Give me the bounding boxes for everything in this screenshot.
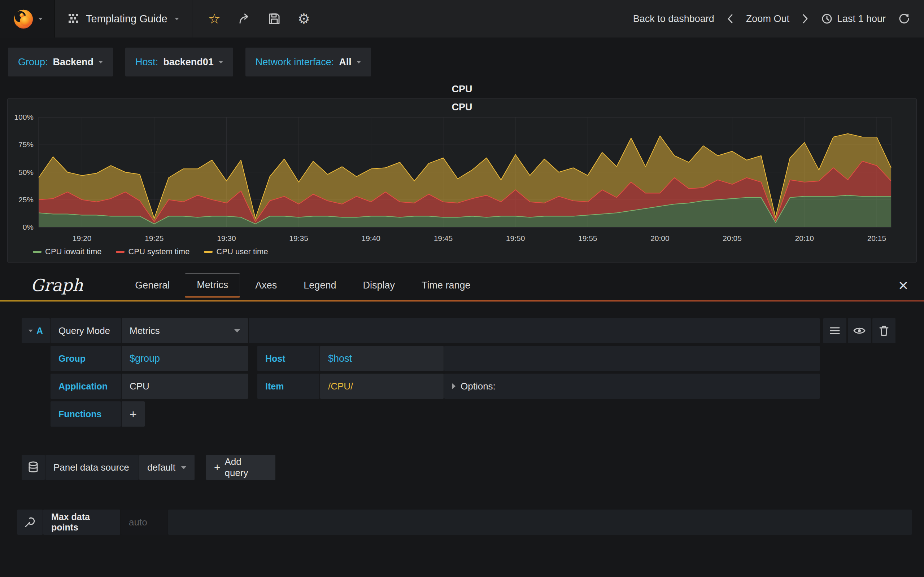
variable-value: Backend [53, 56, 94, 68]
legend-swatch [204, 251, 213, 253]
svg-text:19:25: 19:25 [145, 234, 164, 242]
max-data-points-input[interactable]: auto [121, 509, 168, 535]
host-input[interactable]: $host [320, 346, 444, 371]
group-value: $group [129, 353, 160, 364]
panel-editor: Graph GeneralMetricsAxesLegendDisplayTim… [0, 269, 924, 535]
query-mode-value: Metrics [129, 325, 160, 337]
svg-text:20:15: 20:15 [867, 234, 887, 242]
svg-text:25%: 25% [18, 195, 34, 204]
svg-text:100%: 100% [14, 113, 34, 121]
plus-icon: + [214, 462, 221, 473]
add-query-button[interactable]: + Add query [206, 455, 275, 480]
svg-text:19:40: 19:40 [361, 234, 380, 242]
back-to-dashboard-button[interactable]: Back to dashboard [633, 13, 714, 24]
navbar-actions: ☆ ⚙ [192, 0, 326, 37]
variable-caret-icon [219, 61, 223, 63]
svg-text:19:35: 19:35 [289, 234, 308, 242]
tab-axes[interactable]: Axes [244, 274, 288, 297]
navbar-right: Back to dashboard Zoom Out Last 1 hour [633, 0, 924, 37]
query-menu-button[interactable] [823, 318, 846, 343]
query-row-application-item: Application CPU Item /CPU/ Options: [50, 374, 924, 399]
clock-icon [821, 13, 833, 24]
dashboard-title: Templating Guide [86, 13, 168, 25]
hamburger-icon [830, 327, 840, 335]
application-input[interactable]: CPU [122, 374, 248, 399]
cpu-graph-panel: CPU 19:2019:2519:3019:3519:4019:4519:501… [7, 98, 917, 263]
editor-header-underline [0, 300, 924, 301]
share-button[interactable] [238, 13, 251, 25]
dashboard-title-menu[interactable]: Templating Guide [55, 0, 192, 37]
max-data-points-label: Max data points [43, 509, 120, 535]
legend-item[interactable]: CPU iowait time [33, 247, 102, 256]
datasource-row: Panel data source default + Add query [22, 455, 924, 480]
eye-icon [853, 326, 866, 335]
panel-title[interactable]: CPU [0, 84, 924, 95]
svg-text:75%: 75% [18, 140, 34, 148]
dashboard-grid-icon [68, 13, 79, 24]
variable-pill-0[interactable]: Group:Backend [8, 48, 113, 76]
cpu-chart[interactable]: 19:2019:2519:3019:3519:4019:4519:5019:55… [8, 113, 916, 246]
variable-label: Group: [18, 56, 48, 68]
host-label: Host [257, 346, 320, 371]
query-row-group-host: Group $group Host $host [50, 346, 924, 371]
tab-metrics[interactable]: Metrics [185, 273, 240, 298]
navbar: Templating Guide ☆ ⚙ Back to dashboard Z… [0, 0, 924, 37]
logo-menu-caret-icon[interactable] [38, 18, 43, 20]
zoom-out-button[interactable]: Zoom Out [746, 13, 789, 24]
variable-value: backend01 [163, 56, 214, 68]
panel-data-source-label: Panel data source [45, 455, 139, 480]
query-mode-select[interactable]: Metrics [122, 318, 248, 343]
tab-time-range[interactable]: Time range [410, 274, 482, 297]
svg-text:20:00: 20:00 [650, 234, 670, 242]
query-editor: A Query Mode Metrics [0, 301, 924, 535]
chevron-left-icon[interactable] [727, 13, 734, 24]
star-button[interactable]: ☆ [208, 12, 221, 26]
options-toggle[interactable]: Options: [444, 374, 820, 399]
time-picker-button[interactable]: Last 1 hour [821, 13, 886, 24]
variable-value: All [339, 56, 352, 68]
panel-type-label: Graph [31, 276, 83, 295]
svg-text:20:10: 20:10 [795, 234, 814, 242]
legend-item[interactable]: CPU user time [204, 247, 268, 256]
legend-swatch [116, 251, 124, 253]
refresh-icon[interactable] [898, 13, 910, 25]
tab-legend[interactable]: Legend [292, 274, 347, 297]
add-function-button[interactable]: + [122, 401, 145, 427]
panel-data-source-select[interactable]: default [139, 455, 195, 480]
grafana-logo[interactable] [0, 0, 55, 37]
query-collapse-toggle[interactable]: A [22, 318, 50, 343]
svg-text:20:05: 20:05 [723, 234, 742, 242]
query-row-filler [444, 346, 820, 371]
query-toggle-visibility-button[interactable] [848, 318, 871, 343]
svg-text:0%: 0% [23, 223, 34, 231]
group-input[interactable]: $group [122, 346, 248, 371]
trash-icon [879, 325, 888, 336]
query-letter: A [36, 326, 43, 336]
chevron-right-icon[interactable] [802, 13, 809, 24]
variable-label: Network interface: [255, 56, 334, 68]
max-data-points-filler [168, 509, 912, 535]
tab-display[interactable]: Display [351, 274, 406, 297]
editor-header: Graph GeneralMetricsAxesLegendDisplayTim… [0, 269, 924, 301]
settings-button[interactable]: ⚙ [298, 12, 310, 26]
svg-text:50%: 50% [18, 168, 34, 176]
save-button[interactable] [268, 13, 281, 25]
save-icon [268, 13, 281, 25]
legend-label: CPU user time [216, 247, 268, 256]
query-row-buttons [823, 318, 895, 343]
datasource-caret-icon [181, 466, 187, 469]
variable-pill-2[interactable]: Network interface:All [246, 48, 371, 76]
legend-label: CPU iowait time [45, 247, 102, 256]
variable-pill-1[interactable]: Host:backend01 [125, 48, 233, 76]
panel-options-button[interactable] [17, 509, 43, 535]
query-delete-button[interactable] [872, 318, 895, 343]
item-input[interactable]: /CPU/ [320, 374, 444, 399]
legend-item[interactable]: CPU system time [116, 247, 189, 256]
variable-caret-icon [99, 61, 103, 63]
share-icon [238, 13, 251, 25]
collapse-caret-icon [29, 330, 33, 332]
close-editor-button[interactable]: × [898, 277, 908, 293]
add-query-label: Add query [225, 456, 267, 479]
datasource-button[interactable] [22, 455, 45, 480]
tab-general[interactable]: General [123, 274, 181, 297]
